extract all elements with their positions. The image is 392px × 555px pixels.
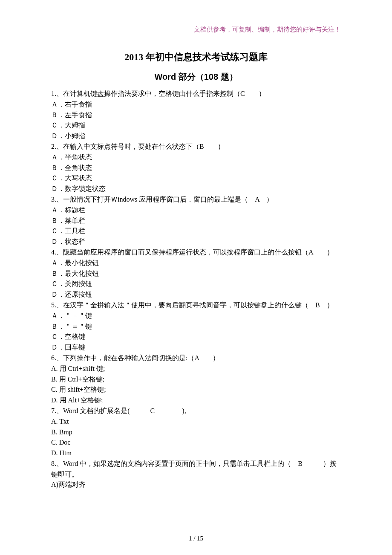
header-note: 文档供参考，可复制、编制，期待您的好评与关注！ <box>51 26 341 34</box>
body-line: C. Doc <box>51 437 341 448</box>
body-line: Ｂ．＂＝＂键 <box>51 321 341 332</box>
body-line: D. Htm <box>51 448 341 459</box>
body-line: 6.、下列操作中，能在各种输入法间切换的是:（A ） <box>51 353 341 364</box>
body-line: Ｃ．空格键 <box>51 332 341 342</box>
body-line: Ａ．＂－＂键 <box>51 311 341 321</box>
body-line: 3.、一般情况下打开Ｗindows 应用程序窗口后．窗口的最上端是（ A ） <box>51 194 341 205</box>
body-line: 1.、在计算机键盘操作指法要求中，空格键由什么手指来控制（C ） <box>51 89 341 99</box>
body-line: 5.、在汉字＂全拼输入法＂使用中，要向后翻页寻找同音字，可以按键盘上的什么键（ … <box>51 300 341 311</box>
document-title: 2013 年初中信息技术考试练习题库 <box>51 51 341 64</box>
page-number: 1 / 15 <box>0 535 392 542</box>
body-line: Ｂ．左手食指 <box>51 110 341 121</box>
body-line: A. 用 Ctrl+shift 键; <box>51 364 341 374</box>
document-page: 文档供参考，可复制、编制，期待您的好评与关注！ 2013 年初中信息技术考试练习… <box>0 0 392 555</box>
body-line: Ｄ．数字锁定状态 <box>51 184 341 194</box>
document-body: 1.、在计算机键盘操作指法要求中，空格键由什么手指来控制（C ）Ａ．右手食指Ｂ．… <box>51 89 341 490</box>
body-line: 2.、在输入中文标点符号时，要处在什么状态下（B ） <box>51 142 341 152</box>
body-line: Ｄ．状态栏 <box>51 237 341 247</box>
body-line: Ｃ．大写状态 <box>51 173 341 184</box>
body-line: Ｄ．回车键 <box>51 342 341 353</box>
body-line: B. Bmp <box>51 427 341 438</box>
body-line: Ｂ．全角状态 <box>51 163 341 173</box>
body-line: Ａ．右手食指 <box>51 99 341 110</box>
body-line: Ａ．半角状态 <box>51 152 341 163</box>
body-line: A. Txt <box>51 416 341 427</box>
body-line: Ｂ．最大化按钮 <box>51 269 341 279</box>
body-line: Ｄ．还原按钮 <box>51 289 341 300</box>
body-line: 8.、Word 中，如果选定的文档内容要置于页面的正中间，只需单击工具栏上的（ … <box>51 459 341 480</box>
body-line: C. 用 shift+空格键; <box>51 384 341 395</box>
document-subtitle: Word 部分（108 题） <box>51 71 341 83</box>
body-line: Ｃ．关闭按钮 <box>51 279 341 289</box>
body-line: B. 用 Ctrl+空格键; <box>51 374 341 385</box>
body-line: Ｂ．菜单栏 <box>51 216 341 226</box>
body-line: Ｃ．工具栏 <box>51 226 341 237</box>
body-line: Ｃ．大姆指 <box>51 120 341 131</box>
body-line: 7.、Word 文档的扩展名是( C )。 <box>51 406 341 416</box>
body-line: A)两端对齐 <box>51 480 341 490</box>
body-line: Ａ．最小化按钮 <box>51 258 341 269</box>
body-line: Ｄ．小姆指 <box>51 131 341 142</box>
body-line: Ａ．标题栏 <box>51 205 341 216</box>
body-line: 4.、隐藏当前应用程序的窗口而又保持程序运行状态，可以按程序窗口上的什么按钮（A… <box>51 247 341 258</box>
body-line: D. 用 Alt+空格键; <box>51 395 341 406</box>
